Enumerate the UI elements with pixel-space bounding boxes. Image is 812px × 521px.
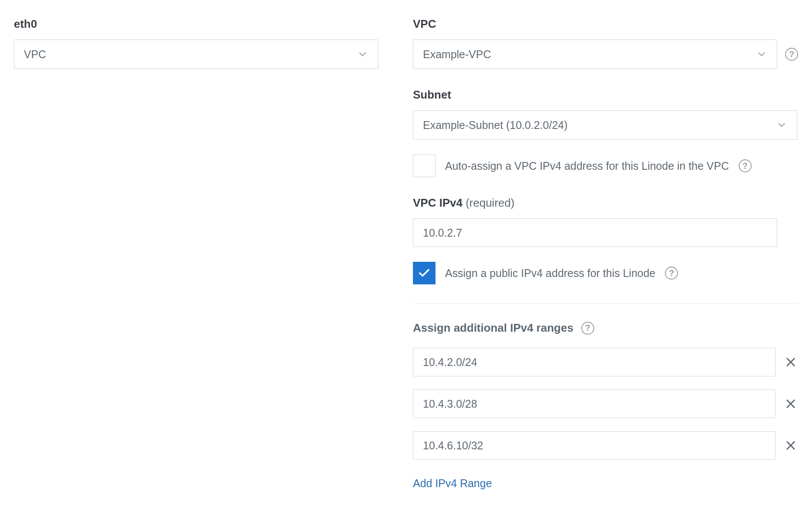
ipv4-range-input[interactable] [413,389,776,418]
ipv4-range-input[interactable] [413,348,776,376]
eth0-label: eth0 [14,17,378,31]
vpc-ipv4-label: VPC IPv4 (required) [413,196,798,210]
chevron-down-icon [776,119,787,131]
vpc-ipv4-required: (required) [465,196,514,209]
auto-assign-label: Auto-assign a VPC IPv4 address for this … [445,160,729,172]
ranges-heading-row: Assign additional IPv4 ranges ? [413,321,798,335]
chevron-down-icon [357,49,368,60]
ipv4-range-row [413,431,798,460]
subnet-label: Subnet [413,88,798,102]
ranges-heading: Assign additional IPv4 ranges [413,321,573,335]
add-ipv4-range-button[interactable]: Add IPv4 Range [413,477,492,490]
vpc-select-value: Example-VPC [423,48,491,61]
help-icon[interactable]: ? [581,322,594,335]
help-icon[interactable]: ? [665,267,678,280]
chevron-down-icon [756,49,767,60]
ipv4-range-row [413,348,798,376]
remove-range-button[interactable] [783,438,798,453]
eth0-select-value: VPC [24,48,46,61]
vpc-ipv4-input[interactable] [413,218,777,247]
vpc-label: VPC [413,17,798,31]
public-ipv4-checkbox[interactable] [413,262,435,284]
remove-range-button[interactable] [783,355,798,369]
vpc-ipv4-label-text: VPC IPv4 [413,196,462,209]
subnet-select[interactable]: Example-Subnet (10.0.2.0/24) [413,110,797,140]
auto-assign-checkbox[interactable] [413,155,435,177]
vpc-select[interactable]: Example-VPC [413,40,777,69]
help-icon[interactable]: ? [785,48,798,61]
help-icon[interactable]: ? [739,159,752,172]
public-ipv4-label: Assign a public IPv4 address for this Li… [445,267,655,280]
eth0-select[interactable]: VPC [14,40,378,69]
subnet-select-value: Example-Subnet (10.0.2.0/24) [423,119,568,132]
ipv4-range-input[interactable] [413,431,776,460]
remove-range-button[interactable] [783,396,798,411]
section-divider [413,303,798,304]
ipv4-range-row [413,389,798,418]
